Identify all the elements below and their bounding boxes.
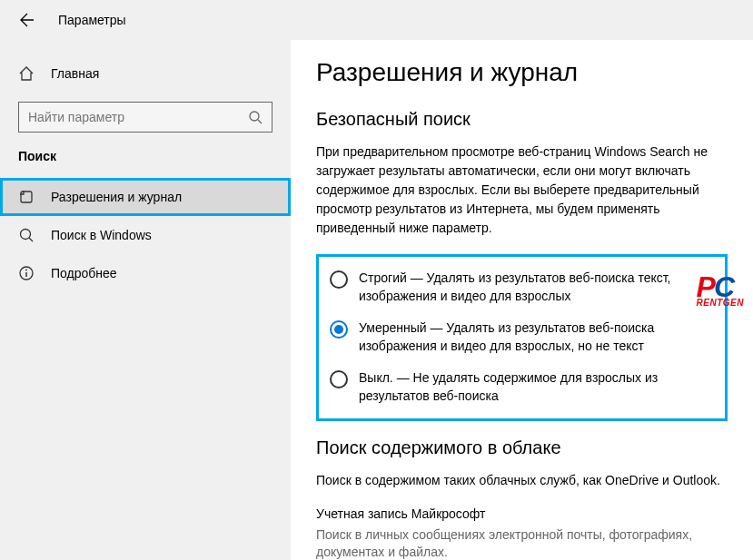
sidebar-item-windows-search[interactable]: Поиск в Windows [0, 216, 291, 254]
safesearch-desc: При предварительном просмотре веб-страни… [316, 142, 728, 238]
radio-circle-icon [330, 320, 348, 339]
sidebar: Главная Поиск Разрешения и журнал Поиск … [0, 40, 291, 560]
radio-label: Выкл. — Не удалять содержимое для взросл… [359, 369, 714, 405]
titlebar-title: Параметры [58, 13, 126, 27]
cloud-desc: Поиск в содержимом таких облачных служб,… [316, 471, 728, 490]
svg-line-1 [258, 120, 262, 123]
back-button[interactable] [18, 11, 36, 29]
radio-strict[interactable]: Строгий — Удалять из результатов веб-пои… [330, 270, 714, 305]
permissions-icon [18, 189, 35, 205]
sidebar-item-label: Разрешения и журнал [51, 190, 182, 204]
svg-rect-2 [21, 192, 32, 202]
sidebar-item-label: Поиск в Windows [51, 228, 152, 242]
arrow-left-icon [20, 13, 35, 27]
safesearch-title: Безопасный поиск [316, 109, 728, 130]
radio-label: Умеренный — Удалять из результатов веб-п… [359, 319, 714, 355]
svg-point-3 [21, 230, 31, 240]
radio-circle-icon [330, 370, 348, 388]
radio-circle-icon [330, 270, 348, 289]
page-title: Разрешения и журнал [316, 58, 728, 87]
search-icon [18, 227, 35, 243]
sidebar-item-permissions[interactable]: Разрешения и журнал [0, 178, 291, 216]
radio-label: Строгий — Удалять из результатов веб-пои… [359, 270, 714, 305]
search-icon [248, 110, 263, 124]
search-box[interactable] [18, 102, 272, 133]
sidebar-home[interactable]: Главная [0, 58, 291, 89]
cloud-title: Поиск содержимого в облаке [316, 437, 728, 458]
sidebar-item-more[interactable]: Подробнее [0, 254, 291, 292]
svg-point-0 [250, 112, 259, 121]
content: Главная Поиск Разрешения и журнал Поиск … [0, 40, 753, 560]
msa-subsection: Учетная запись Майкрософт Поиск в личных… [316, 506, 728, 560]
sidebar-item-label: Подробнее [51, 266, 117, 280]
msa-desc: Поиск в личных сообщениях электронной по… [316, 526, 728, 560]
radio-off[interactable]: Выкл. — Не удалять содержимое для взросл… [330, 369, 714, 405]
sidebar-home-label: Главная [51, 66, 99, 81]
safesearch-radio-group: Строгий — Удалять из результатов веб-пои… [316, 254, 728, 421]
home-icon [18, 65, 35, 82]
radio-moderate[interactable]: Умеренный — Удалять из результатов веб-п… [330, 319, 714, 355]
titlebar: Параметры [0, 0, 753, 40]
svg-point-7 [25, 270, 27, 271]
sidebar-section-title: Поиск [0, 149, 291, 163]
info-icon [18, 265, 35, 281]
msa-title: Учетная запись Майкрософт [316, 506, 728, 521]
search-input[interactable] [28, 110, 248, 124]
svg-line-4 [29, 238, 33, 241]
main: Разрешения и журнал Безопасный поиск При… [291, 40, 753, 560]
